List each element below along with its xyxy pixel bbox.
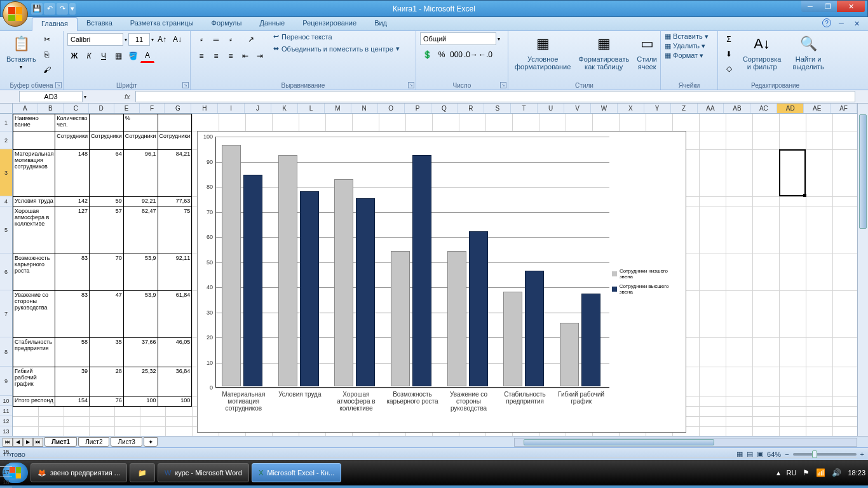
sheet-nav-last-icon[interactable]: ⏭ xyxy=(33,438,43,447)
delete-cells-button[interactable]: ▦ Удалить ▾ xyxy=(665,42,714,50)
format-painter-icon[interactable]: 🖌 xyxy=(40,63,54,77)
clipboard-dialog-icon[interactable]: ↘ xyxy=(55,82,62,88)
increase-indent-icon[interactable]: ⇥ xyxy=(253,49,267,63)
vertical-scrollbar[interactable] xyxy=(857,104,868,436)
font-name-input[interactable] xyxy=(67,33,123,46)
align-dialog-icon[interactable]: ↘ xyxy=(408,82,414,88)
comma-icon[interactable]: 000 xyxy=(449,48,463,62)
tab-page-layout[interactable]: Разметка страницы xyxy=(121,17,203,30)
row-headers[interactable]: 1234567891011121314151617181920212223242… xyxy=(0,114,13,436)
paste-button[interactable]: 📋 Вставить ▾ xyxy=(4,32,39,77)
sort-filter-button[interactable]: A↓Сортировка и фильтр xyxy=(738,32,785,76)
group-number-label: Число xyxy=(416,82,508,89)
clear-icon[interactable]: ◇ xyxy=(722,62,736,76)
conditional-format-button[interactable]: ▦Условное форматирование xyxy=(512,32,573,72)
taskbar: 🦊звено предприятия ... 📁 Wкурс - Microso… xyxy=(0,460,868,485)
formula-bar: AD3 ▾ fx xyxy=(0,90,868,104)
bold-button[interactable]: Ж xyxy=(67,49,81,63)
qat-save-icon[interactable]: 💾 xyxy=(31,3,43,15)
cell-style-icon: ▭ xyxy=(637,34,657,54)
align-left-icon[interactable]: ≡ xyxy=(194,49,208,63)
merge-center-button[interactable]: ⬌Объединить и поместить в центре ▾ xyxy=(273,44,400,53)
formula-input[interactable] xyxy=(135,91,855,102)
fx-icon[interactable]: fx xyxy=(125,93,130,100)
sheet-tabs-bar: ⏮ ◀ ▶ ⏭ Лист1 Лист2 Лист3 ✦ xyxy=(0,436,868,447)
autosum-icon[interactable]: Σ xyxy=(722,32,736,46)
tab-home[interactable]: Главная xyxy=(32,17,78,31)
qat-more-icon[interactable]: ▾ xyxy=(69,3,76,15)
sheet-nav-next-icon[interactable]: ▶ xyxy=(23,438,33,447)
underline-button[interactable]: Ч xyxy=(97,49,111,63)
qat-redo-icon[interactable]: ↷ xyxy=(57,3,68,15)
percent-icon[interactable]: % xyxy=(435,48,449,62)
decrease-indent-icon[interactable]: ⇤ xyxy=(238,49,252,63)
taskbar-explorer[interactable]: 📁 xyxy=(130,463,155,482)
taskbar-word[interactable]: Wкурс - Microsoft Word xyxy=(158,463,249,482)
chart[interactable]: 0102030405060708090100Материальная мотив… xyxy=(197,131,686,433)
tab-review[interactable]: Рецензирование xyxy=(294,17,365,30)
align-top-icon[interactable]: ⸗ xyxy=(194,32,208,46)
increase-font-icon[interactable]: A↑ xyxy=(155,32,169,46)
taskbar-firefox[interactable]: 🦊звено предприятия ... xyxy=(31,463,127,482)
align-center-icon[interactable]: ≡ xyxy=(209,49,223,63)
border-icon[interactable]: ▦ xyxy=(111,49,125,63)
horizontal-scrollbar[interactable] xyxy=(514,438,857,447)
minimize-button[interactable]: ─ xyxy=(801,1,819,12)
increase-decimal-icon[interactable]: .0→ xyxy=(464,48,478,62)
decrease-font-icon[interactable]: A↓ xyxy=(170,32,184,46)
tray-network-icon[interactable]: 📶 xyxy=(816,468,825,477)
word-icon: W xyxy=(165,469,171,477)
italic-button[interactable]: К xyxy=(82,49,96,63)
tab-insert[interactable]: Вставка xyxy=(78,17,121,30)
ribbon-minimize-icon[interactable]: ─ xyxy=(836,18,846,29)
cut-icon[interactable]: ✂ xyxy=(40,32,54,46)
align-middle-icon[interactable]: ═ xyxy=(209,32,223,46)
office-button[interactable] xyxy=(3,1,28,27)
find-select-button[interactable]: 🔍Найти и выделить xyxy=(788,32,829,76)
tray-lang[interactable]: RU xyxy=(787,469,797,477)
number-dialog-icon[interactable]: ↘ xyxy=(500,82,506,88)
sheet-tab-2[interactable]: Лист2 xyxy=(78,437,109,447)
new-sheet-icon[interactable]: ✦ xyxy=(144,437,158,447)
tray-clock[interactable]: 18:23 xyxy=(848,469,865,477)
font-size-input[interactable] xyxy=(128,33,150,46)
tray-flag-icon[interactable]: ⚑ xyxy=(803,468,810,477)
tab-formulas[interactable]: Формулы xyxy=(203,17,251,30)
fill-color-icon[interactable]: 🪣 xyxy=(126,49,140,63)
currency-icon[interactable]: 💲 xyxy=(420,48,434,62)
qat-undo-icon[interactable]: ↶ xyxy=(44,3,55,15)
maximize-button[interactable]: ❐ xyxy=(819,1,837,12)
cells[interactable]: Наимено ваниеКоличество чел.%СотрудникиС… xyxy=(13,114,857,436)
insert-cells-button[interactable]: ▦ Вставить ▾ xyxy=(665,32,714,41)
column-headers[interactable]: ABCDEFGHIJKLMNOPQRSTUVWXYZAAABACADAEAF xyxy=(13,104,857,114)
fill-icon[interactable]: ⬇ xyxy=(722,47,736,61)
tray-sound-icon[interactable]: 🔊 xyxy=(832,468,841,477)
decrease-decimal-icon[interactable]: ←.0 xyxy=(478,48,492,62)
zoom-slider[interactable] xyxy=(793,453,857,456)
font-dialog-icon[interactable]: ↘ xyxy=(182,82,189,88)
sheet-nav-first-icon[interactable]: ⏮ xyxy=(3,438,13,447)
copy-icon[interactable]: ⎘ xyxy=(40,48,54,62)
tab-data[interactable]: Данные xyxy=(250,17,294,30)
align-bottom-icon[interactable]: ⸗ xyxy=(224,32,238,46)
ribbon-close-icon[interactable]: ✕ xyxy=(851,18,862,29)
select-all-corner[interactable] xyxy=(0,104,13,114)
tray-show-hidden-icon[interactable]: ▴ xyxy=(776,468,780,477)
sheet-tab-3[interactable]: Лист3 xyxy=(111,437,142,447)
tab-view[interactable]: Вид xyxy=(365,17,396,30)
help-icon[interactable]: ? xyxy=(822,18,831,27)
orientation-icon[interactable]: ↗ xyxy=(244,32,258,46)
sheet-nav-prev-icon[interactable]: ◀ xyxy=(13,438,23,447)
wrap-text-button[interactable]: ↩Перенос текста xyxy=(273,32,400,41)
align-right-icon[interactable]: ≡ xyxy=(224,49,238,63)
taskbar-excel[interactable]: XMicrosoft Excel - Кн... xyxy=(252,463,341,482)
sheet-tab-1[interactable]: Лист1 xyxy=(44,437,77,447)
close-button[interactable]: ✕ xyxy=(837,1,865,12)
zoom-in-icon[interactable]: + xyxy=(860,451,864,458)
name-box[interactable]: AD3 xyxy=(19,91,83,102)
format-cells-button[interactable]: ▦ Формат ▾ xyxy=(665,51,714,60)
cell-styles-button[interactable]: ▭Стили ячеек xyxy=(634,32,660,72)
font-color-icon[interactable]: A xyxy=(140,49,154,63)
format-table-button[interactable]: ▦Форматировать как таблицу xyxy=(576,32,632,72)
number-format-input[interactable] xyxy=(420,32,496,45)
